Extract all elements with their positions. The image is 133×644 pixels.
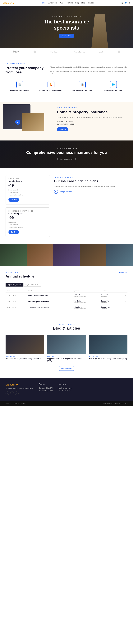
photo-strip-1: [0, 244, 27, 266]
nav-links: Home Our services Pages Portfolio Blog S…: [41, 2, 94, 4]
standard-plan-label: STANDARD PLAN: [8, 178, 47, 180]
commercial-property-link[interactable]: →: [50, 93, 52, 94]
cal-header: OUR CALENDAR Annual schedule View More →: [5, 272, 128, 281]
standard-get-now-button[interactable]: Get Now: [8, 198, 19, 202]
row1-location: Central Park New York: [100, 292, 121, 298]
row2-toggle: +: [121, 298, 128, 305]
facebook-icon[interactable]: f: [5, 392, 9, 395]
financial-label: FINANCIAL SECURITY: [5, 63, 128, 65]
insurance-cards-row: 🏢 Product liability Insurance → 🏗️ Comme…: [5, 81, 128, 95]
blog-card-title-1: Payments for temporary disability & dise…: [5, 358, 44, 360]
blog-tag-1: WHAT WE DO: [5, 356, 44, 357]
pricing-video-link[interactable]: ▶ Video presentation: [54, 190, 128, 194]
footer-bottom: About us Services Contacts ThemeREX © 20…: [0, 401, 133, 406]
standard-feature-2: 3 Free accounts: [8, 191, 47, 194]
calendar-section: OUR CALENDAR Annual schedule View More →…: [0, 266, 133, 316]
footer-address-col: Address Company Office 679Boulevard, LA …: [39, 383, 53, 392]
nav-link-shop[interactable]: Shop: [81, 2, 85, 4]
blog-tag-2: WHAT WE DO: [47, 356, 86, 357]
hp-about-button[interactable]: About Us: [57, 127, 68, 131]
cal-tab-day1[interactable]: Day #1 - May 02-2020: [5, 283, 23, 286]
nav-link-pages[interactable]: Pages: [60, 2, 64, 4]
hero-section: INSURANCE ONLINE INSURANCE The best insu…: [0, 6, 133, 48]
menu-icon[interactable]: ☰: [129, 2, 130, 4]
financial-text1: Adipiscing elit, sed do eiusmod tempor i…: [50, 66, 128, 68]
footer-link-about[interactable]: About us: [5, 402, 11, 404]
blog-image-2: [47, 335, 86, 354]
logos-bar: GoldmanSachs Brand name CharlesSchwab sa…: [0, 48, 133, 56]
financial-right: Adipiscing elit, sed do eiusmod tempor i…: [50, 66, 128, 77]
nav-link-blog[interactable]: Blog: [75, 2, 79, 4]
twitter-icon[interactable]: t: [10, 392, 14, 395]
row2-toggle-button[interactable]: +: [125, 300, 126, 303]
standard-currency: $: [8, 184, 9, 186]
blog-image-1: [5, 335, 44, 354]
photo-strip-5: [106, 244, 133, 266]
footer-brand: Classter ★ Insurance services of the hig…: [5, 383, 33, 395]
logo-2: [33, 50, 36, 53]
row3-speaker: Dylan Byrne Business consultant: [72, 305, 100, 311]
corporate-plan-price: $99: [8, 216, 47, 220]
row3-event: Business models conference: [27, 305, 72, 311]
footer-address-label: Address: [39, 383, 53, 385]
col-toggle: [121, 289, 128, 293]
directors-liability-link[interactable]: →: [81, 93, 83, 94]
nav-link-contacts[interactable]: Contacts: [88, 2, 94, 4]
sam-text: sam⊕: [99, 51, 103, 53]
navigation: Classter ★ Home Our services Pages Portf…: [0, 0, 133, 6]
cal-tab-day2[interactable]: Day #2 - May 03-2021: [23, 283, 41, 286]
corporate-feature-2: 3 Free accounts: [8, 224, 47, 226]
cal-title-block: OUR CALENDAR Annual schedule: [5, 272, 34, 281]
footer-link-contacts[interactable]: Contacts: [21, 402, 26, 404]
home-property-section: ▶ INSURANCE SERVICES Home & property ins…: [0, 102, 133, 140]
cyber-liability-title: Cyber liability Insurance: [99, 90, 128, 91]
hero-cta-button[interactable]: Explore More: [59, 34, 74, 38]
search-icon[interactable]: 🔍: [121, 2, 123, 4]
nav-link-portfolio[interactable]: Portfolio: [67, 2, 73, 4]
corporate-get-now-button[interactable]: Get Now: [8, 230, 19, 234]
nav-link-services[interactable]: Our services: [48, 2, 57, 4]
comp-appointment-button[interactable]: Make an Appointment: [57, 157, 76, 161]
footer-brand-text: Insurance services of the highest qualit…: [5, 387, 33, 390]
product-liability-link[interactable]: →: [19, 93, 20, 94]
logo-icon-last: [118, 50, 120, 53]
logo[interactable]: Classter ★: [3, 2, 14, 4]
logo-text: Classter: [3, 2, 11, 4]
hero-subtitle: INSURANCE ONLINE INSURANCE: [52, 16, 81, 17]
blog-image-3: [89, 335, 128, 354]
corporate-plan-label: RECOMMENDED (POPULAR CHOICE): [8, 210, 47, 212]
footer-email-link[interactable]: info@company.com: [58, 387, 72, 389]
cyber-liability-link[interactable]: →: [113, 93, 114, 94]
row3-toggle-button[interactable]: +: [125, 306, 126, 309]
blog-card-2: WHAT WE DO Supplement to an existing hea…: [47, 335, 86, 362]
corporate-plan-name: Corporate pack: [8, 212, 47, 214]
row2-event: Intellectual property webinar: [27, 298, 72, 305]
ins-card-cyber: 🌐 Cyber liability Insurance →: [99, 81, 128, 95]
ins-card-product: 🏢 Product liability Insurance →: [5, 81, 34, 95]
video-label: Video presentation: [59, 191, 72, 192]
footer-link-services[interactable]: Services: [13, 402, 18, 404]
nav-link-home[interactable]: Home: [41, 2, 45, 4]
logo-sam: sam⊕: [99, 51, 103, 53]
cal-view-more-link[interactable]: View More →: [118, 272, 128, 273]
photo-strip-2: [27, 244, 53, 266]
linkedin-icon[interactable]: in: [15, 392, 18, 395]
comp-title: Comprehensive business insurance for you: [26, 150, 107, 155]
goldman-text: GoldmanSachs: [13, 50, 19, 54]
row1-time: 11:00 — 13:00: [5, 292, 27, 298]
table-row: 15:00 — 17:00 Business models conference…: [5, 305, 128, 311]
comprehensive-section: CORPORATE SERVICES Comprehensive busines…: [0, 140, 133, 168]
charles-text: CharlesSchwab: [73, 51, 85, 53]
hp-label: INSURANCE SERVICES: [57, 107, 129, 109]
blog-tag-3: WHAT WE DO: [89, 356, 128, 357]
user-icon[interactable]: 👤: [125, 2, 127, 4]
pricing-section: STANDARD PLAN Standard pack $49 2 Free a…: [0, 168, 133, 244]
blog-view-more-button[interactable]: View More Posts: [58, 366, 75, 371]
standard-features: 2 Free accounts 3 Free accounts Customiz…: [8, 189, 47, 196]
col-time: Time: [5, 289, 27, 293]
footer-inner: Classter ★ Insurance services of the hig…: [5, 383, 128, 395]
corporate-price-value: 99: [9, 216, 14, 220]
row1-toggle-button[interactable]: +: [125, 294, 126, 297]
hp-schedule: MON-FRI: 8 AM — 22 PM SATURDAY: 8 AM — 2…: [57, 121, 129, 125]
financial-title: Protect your company from loss: [5, 66, 44, 74]
